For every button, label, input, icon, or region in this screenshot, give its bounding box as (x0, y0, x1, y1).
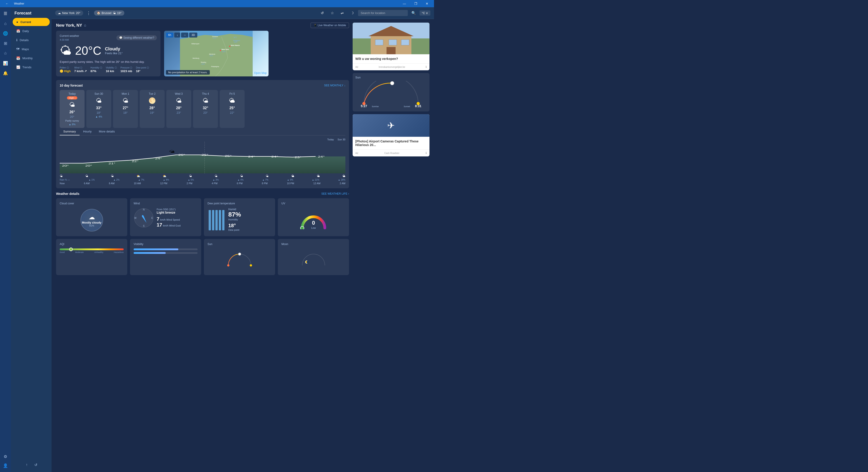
maps-nav-icon: 🗺 (16, 47, 20, 51)
sidebar-item-daily[interactable]: 📅 Daily (13, 27, 50, 35)
fd-high-tue2: 28° (149, 106, 155, 110)
svg-text:8:31 PM: 8:31 PM (245, 266, 252, 266)
settings-icon[interactable]: ⚙ (1, 452, 10, 461)
cloud-cover-visual: ☁ Mostly cloudy 91% (60, 208, 124, 232)
theme-button[interactable]: ☽ (348, 9, 356, 17)
layers-icon[interactable]: ⊞ (1, 39, 10, 48)
fd-low-fri5: 22° (230, 111, 235, 115)
tab-hourly[interactable]: Hourly (80, 128, 95, 135)
home-icon[interactable]: ⌂ (1, 19, 10, 28)
restore-button[interactable]: ❐ (410, 0, 421, 7)
forecast-day-thu4: Thu 4 🌤 32° 23° (193, 90, 218, 128)
cloud-circle: ☁ Mostly cloudy 91% (81, 209, 103, 231)
globe-icon[interactable]: 🌐 (1, 29, 10, 38)
map-down-button[interactable]: ↓ (174, 33, 180, 37)
visibility-visual (133, 248, 197, 254)
rain-6am: ▲ 1% (89, 179, 95, 181)
location-pill-brussel[interactable]: 🏠 Brussel 🌤 19° (94, 10, 124, 15)
sidebar-item-label-daily: Daily (22, 29, 29, 33)
svg-point-48 (238, 253, 241, 255)
newyork-name: New York (62, 11, 74, 15)
ad-footer: Ad Immokantoorvergelijker.be ℹ (352, 63, 430, 70)
wir-2pm: 🌤 (189, 174, 192, 178)
map-right-button[interactable]: → (181, 33, 188, 37)
search-input[interactable] (358, 10, 408, 16)
see-monthly-button[interactable]: SEE MONTHLY ↓ (324, 84, 345, 87)
newyork-temp: 20° (76, 11, 81, 15)
minimize-button[interactable]: — (399, 0, 410, 7)
sidebar-item-label-details: Details (20, 38, 29, 42)
unit-toggle[interactable]: °C ∨ (420, 10, 430, 15)
more-locations-button[interactable]: ⋮ (86, 10, 91, 16)
sidebar-item-monthly[interactable]: 📆 Monthly (13, 54, 50, 62)
nav-refresh-button[interactable]: ↺ (32, 461, 39, 468)
fd-icon-today: 🌤 (69, 101, 75, 108)
location-pill-newyork[interactable]: ☁ New York 20° (55, 10, 83, 15)
svg-text:25°: 25° (225, 155, 232, 157)
seeing-different-weather-button[interactable]: 💬 Seeing different weather? (116, 35, 157, 40)
fd-high-mon1: 27° (123, 106, 128, 110)
hamburger-icon[interactable]: ☰ (1, 9, 10, 18)
svg-text:Scranton: Scranton (212, 36, 218, 37)
svg-text:26°: 26° (178, 154, 185, 156)
profile-icon[interactable]: 👤 (1, 461, 10, 470)
star-icon-sidebar[interactable]: ☆ (1, 49, 10, 58)
ad-card: Wilt u uw woning verkopen? Ad Immokantoo… (352, 23, 430, 70)
svg-text:Williamsport: Williamsport (191, 43, 199, 45)
sidebar-item-details[interactable]: ℹ Details (13, 36, 50, 44)
chart-container: Today Sun 30 (60, 138, 345, 185)
fd-date-sun30: Sun 30 (94, 92, 103, 95)
moon-card: Moon Waxing crescent (278, 239, 349, 275)
svg-text:16°C: 16°C (234, 37, 237, 38)
ad2-info-icon[interactable]: ℹ (426, 152, 427, 155)
favorite-button[interactable]: ☆ (328, 9, 336, 17)
svg-point-2 (220, 50, 221, 51)
tab-summary[interactable]: Summary (60, 128, 80, 135)
svg-text:S: S (143, 225, 145, 227)
svg-text:−18°C: −18°C (209, 55, 213, 57)
svg-text:N: N (143, 209, 145, 211)
sidebar-item-current[interactable]: ● Current (13, 18, 50, 26)
see-weather-life-button[interactable]: SEE WEATHER LIFE › (321, 192, 349, 195)
sidebar-item-trends[interactable]: 📈 Trends (13, 63, 50, 71)
sunrise-sunset-card: Sun (352, 73, 430, 112)
close-button[interactable]: ✕ (422, 0, 432, 7)
ad-body: Wilt u uw woning verkopen? (352, 54, 430, 63)
nav-up-button[interactable]: ↑ (23, 461, 30, 468)
sidebar-item-label-trends: Trends (22, 66, 31, 69)
cloud-icon: ☁ (89, 213, 95, 221)
wir-6am: 🌤 (85, 174, 88, 178)
app-title: Weather (14, 2, 24, 5)
chart-icon[interactable]: 📊 (1, 59, 10, 68)
compare-button[interactable]: ⇌ (338, 9, 346, 17)
svg-rect-62 (386, 47, 396, 54)
map-3d-button[interactable]: 3D (189, 33, 197, 37)
weather-summary: Expect partly sunny skies. The high will… (60, 60, 157, 64)
current-nav-icon: ● (16, 20, 18, 24)
brussel-name: Brussel (102, 11, 112, 15)
two-col-layout: New York, NY ⌂ 📱 Live Weather on Mobile … (56, 23, 430, 275)
rain-2am: ▲ 28% (338, 179, 345, 181)
time-2pm: 2 PM (186, 182, 192, 185)
svg-rect-40 (212, 210, 214, 230)
tab-more-details[interactable]: More details (95, 128, 119, 135)
live-weather-button[interactable]: 📱 Live Weather on Mobile (311, 23, 349, 28)
wind-gust: 17 (157, 222, 162, 228)
sunrise-arc: 5:27 AM Sunrise 8:31 PM Sunset (355, 81, 427, 108)
sidebar-item-maps[interactable]: 🗺 Maps (13, 45, 50, 53)
open-map-button[interactable]: Open Map (254, 71, 267, 74)
forecast-day-mon1: Mon 1 🌤 27° 18° (113, 90, 138, 128)
refresh-button[interactable]: ↺ (318, 9, 327, 17)
cloud-cover-card: Cloud cover ☁ Mostly cloudy 91% (56, 198, 127, 236)
ad-info-icon[interactable]: ℹ (426, 65, 427, 68)
rs-day-label: Sun (355, 76, 427, 79)
svg-text:21°: 21° (108, 162, 115, 165)
fd-date-fri5: Fri 5 (229, 92, 235, 95)
sidebar-item-label-monthly: Monthly (22, 57, 33, 60)
high-badge: High › (67, 96, 77, 99)
search-icon[interactable]: 🔍 (410, 9, 418, 17)
humidity-pct: 87% (228, 211, 241, 218)
alert-icon[interactable]: 🔔 (1, 69, 10, 78)
map-6h-button[interactable]: 6h (166, 33, 174, 37)
back-button[interactable]: ← (2, 0, 12, 7)
